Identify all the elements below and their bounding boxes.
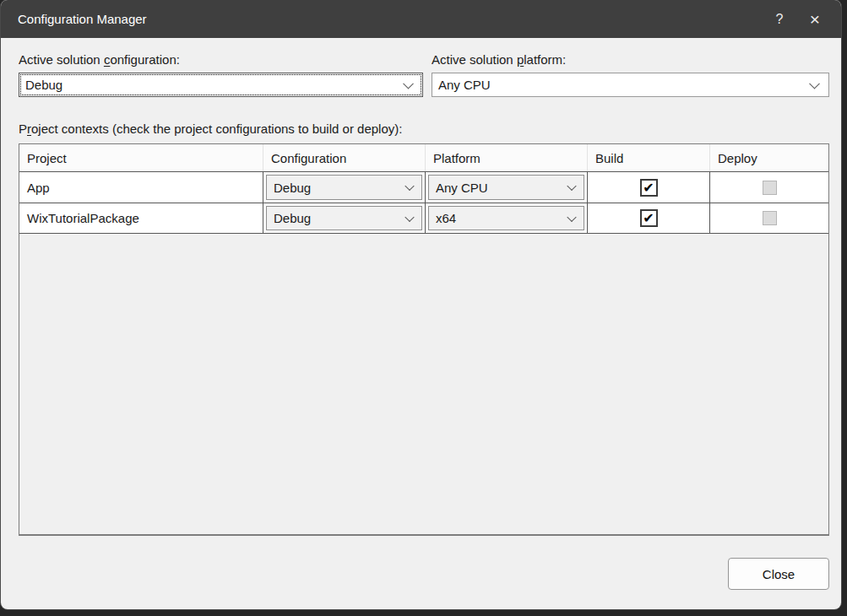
grid-header-row: Project Configuration Platform Build Dep… <box>19 144 828 171</box>
project-contexts-grid: Project Configuration Platform Build Dep… <box>19 143 829 536</box>
active-platform-field: Active solution platform: Any CPU <box>432 52 829 97</box>
table-row: WixTutorialPackage Debug x64 ✔ <box>19 203 828 234</box>
column-header-project: Project <box>19 144 263 171</box>
column-header-build: Build <box>588 144 710 171</box>
active-configuration-combobox[interactable]: Debug <box>19 73 423 97</box>
active-configuration-value: Debug <box>25 78 62 92</box>
chevron-down-icon <box>404 181 414 191</box>
active-platform-value: Any CPU <box>438 78 491 92</box>
chevron-down-icon <box>567 212 576 221</box>
window-close-button[interactable]: × <box>797 0 833 38</box>
close-icon: × <box>810 9 820 30</box>
solution-settings-row: Active solution configuration: Debug Act… <box>19 52 829 97</box>
dialog-content: Active solution configuration: Debug Act… <box>1 38 841 590</box>
row-platform-combobox[interactable]: x64 <box>428 206 584 230</box>
build-cell: ✔ <box>588 203 710 233</box>
column-header-configuration: Configuration <box>263 144 426 171</box>
table-row: App Debug Any CPU ✔ <box>19 171 828 203</box>
column-header-deploy: Deploy <box>710 144 828 171</box>
check-icon: ✔ <box>643 180 654 196</box>
project-contexts-label: Project contexts (check the project conf… <box>19 122 829 136</box>
window-title: Configuration Manager <box>1 12 147 26</box>
check-icon: ✔ <box>643 210 654 226</box>
configuration-cell: Debug <box>263 203 426 233</box>
active-configuration-field: Active solution configuration: Debug <box>19 52 423 97</box>
project-name-cell[interactable]: WixTutorialPackage <box>19 203 263 233</box>
deploy-checkbox-disabled <box>763 211 777 225</box>
row-platform-combobox[interactable]: Any CPU <box>428 175 584 200</box>
chevron-down-icon <box>809 78 820 89</box>
configuration-manager-dialog: Configuration Manager ? × Active solutio… <box>1 0 841 609</box>
active-platform-label: Active solution platform: <box>432 52 829 67</box>
deploy-cell <box>710 172 828 203</box>
row-configuration-combobox[interactable]: Debug <box>266 206 422 230</box>
help-icon: ? <box>776 12 784 27</box>
platform-cell: x64 <box>426 203 588 233</box>
close-button[interactable]: Close <box>728 558 829 590</box>
row-configuration-value: Debug <box>274 181 311 195</box>
deploy-cell <box>710 203 828 233</box>
row-platform-value: Any CPU <box>436 181 488 195</box>
build-checkbox[interactable]: ✔ <box>640 179 658 197</box>
active-platform-combobox[interactable]: Any CPU <box>432 73 829 97</box>
project-name-cell[interactable]: App <box>19 172 263 203</box>
deploy-checkbox-disabled <box>763 181 777 195</box>
row-platform-value: x64 <box>436 211 456 225</box>
build-cell: ✔ <box>588 172 710 203</box>
title-bar-buttons: ? × <box>762 0 833 38</box>
chevron-down-icon <box>404 212 414 221</box>
row-configuration-combobox[interactable]: Debug <box>266 175 422 200</box>
active-configuration-label: Active solution configuration: <box>19 52 423 67</box>
title-bar[interactable]: Configuration Manager ? × <box>1 0 841 38</box>
dialog-footer: Close <box>19 558 829 590</box>
column-header-platform: Platform <box>426 144 588 171</box>
build-checkbox[interactable]: ✔ <box>640 209 658 227</box>
chevron-down-icon <box>403 78 414 89</box>
row-configuration-value: Debug <box>274 211 311 225</box>
help-button[interactable]: ? <box>762 0 797 38</box>
configuration-cell: Debug <box>263 172 426 203</box>
platform-cell: Any CPU <box>426 172 588 203</box>
focus-rectangle <box>20 74 421 95</box>
chevron-down-icon <box>567 181 576 191</box>
